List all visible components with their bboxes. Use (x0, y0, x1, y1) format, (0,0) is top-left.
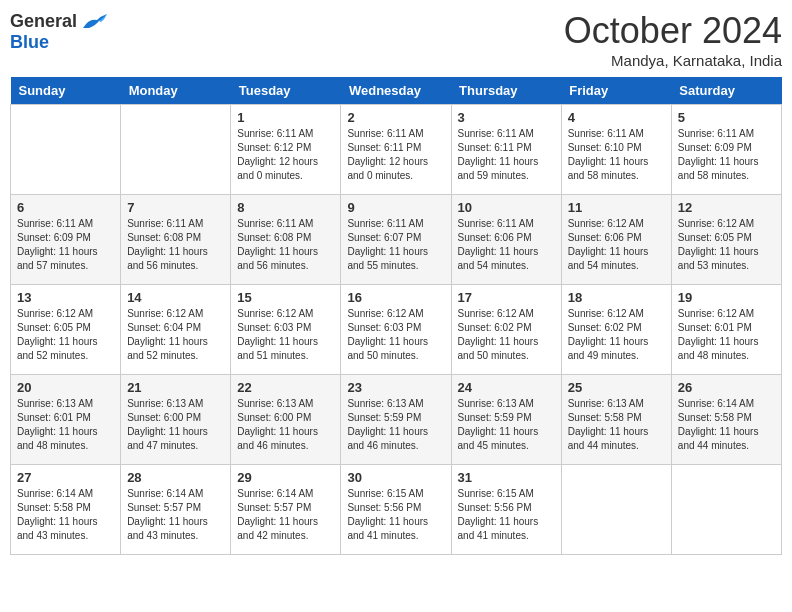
day-info: Sunrise: 6:11 AM Sunset: 6:08 PM Dayligh… (237, 217, 334, 273)
day-cell: 6Sunrise: 6:11 AM Sunset: 6:09 PM Daylig… (11, 195, 121, 285)
day-info: Sunrise: 6:14 AM Sunset: 5:57 PM Dayligh… (237, 487, 334, 543)
day-cell: 24Sunrise: 6:13 AM Sunset: 5:59 PM Dayli… (451, 375, 561, 465)
day-info: Sunrise: 6:12 AM Sunset: 6:03 PM Dayligh… (237, 307, 334, 363)
day-cell (121, 105, 231, 195)
day-cell: 18Sunrise: 6:12 AM Sunset: 6:02 PM Dayli… (561, 285, 671, 375)
day-number: 4 (568, 110, 665, 125)
day-number: 18 (568, 290, 665, 305)
day-info: Sunrise: 6:15 AM Sunset: 5:56 PM Dayligh… (347, 487, 444, 543)
day-cell: 20Sunrise: 6:13 AM Sunset: 6:01 PM Dayli… (11, 375, 121, 465)
day-info: Sunrise: 6:11 AM Sunset: 6:11 PM Dayligh… (458, 127, 555, 183)
day-number: 23 (347, 380, 444, 395)
day-cell: 25Sunrise: 6:13 AM Sunset: 5:58 PM Dayli… (561, 375, 671, 465)
day-number: 8 (237, 200, 334, 215)
day-cell: 27Sunrise: 6:14 AM Sunset: 5:58 PM Dayli… (11, 465, 121, 555)
day-number: 22 (237, 380, 334, 395)
day-cell: 1Sunrise: 6:11 AM Sunset: 6:12 PM Daylig… (231, 105, 341, 195)
day-number: 21 (127, 380, 224, 395)
day-info: Sunrise: 6:11 AM Sunset: 6:10 PM Dayligh… (568, 127, 665, 183)
day-number: 30 (347, 470, 444, 485)
day-cell (561, 465, 671, 555)
day-info: Sunrise: 6:12 AM Sunset: 6:02 PM Dayligh… (568, 307, 665, 363)
day-number: 13 (17, 290, 114, 305)
day-cell: 29Sunrise: 6:14 AM Sunset: 5:57 PM Dayli… (231, 465, 341, 555)
day-number: 7 (127, 200, 224, 215)
day-info: Sunrise: 6:12 AM Sunset: 6:05 PM Dayligh… (17, 307, 114, 363)
day-number: 29 (237, 470, 334, 485)
day-number: 25 (568, 380, 665, 395)
day-cell: 15Sunrise: 6:12 AM Sunset: 6:03 PM Dayli… (231, 285, 341, 375)
day-number: 11 (568, 200, 665, 215)
day-cell (671, 465, 781, 555)
week-row-1: 1Sunrise: 6:11 AM Sunset: 6:12 PM Daylig… (11, 105, 782, 195)
day-cell: 5Sunrise: 6:11 AM Sunset: 6:09 PM Daylig… (671, 105, 781, 195)
day-cell: 16Sunrise: 6:12 AM Sunset: 6:03 PM Dayli… (341, 285, 451, 375)
day-number: 26 (678, 380, 775, 395)
header-row: SundayMondayTuesdayWednesdayThursdayFrid… (11, 77, 782, 105)
day-info: Sunrise: 6:11 AM Sunset: 6:09 PM Dayligh… (17, 217, 114, 273)
day-info: Sunrise: 6:13 AM Sunset: 6:01 PM Dayligh… (17, 397, 114, 453)
day-number: 5 (678, 110, 775, 125)
header-sunday: Sunday (11, 77, 121, 105)
logo-bird-icon (81, 10, 109, 32)
day-info: Sunrise: 6:11 AM Sunset: 6:08 PM Dayligh… (127, 217, 224, 273)
day-info: Sunrise: 6:14 AM Sunset: 5:58 PM Dayligh… (678, 397, 775, 453)
day-cell: 9Sunrise: 6:11 AM Sunset: 6:07 PM Daylig… (341, 195, 451, 285)
day-info: Sunrise: 6:11 AM Sunset: 6:11 PM Dayligh… (347, 127, 444, 183)
day-cell: 8Sunrise: 6:11 AM Sunset: 6:08 PM Daylig… (231, 195, 341, 285)
day-cell: 3Sunrise: 6:11 AM Sunset: 6:11 PM Daylig… (451, 105, 561, 195)
day-info: Sunrise: 6:13 AM Sunset: 6:00 PM Dayligh… (127, 397, 224, 453)
day-cell: 4Sunrise: 6:11 AM Sunset: 6:10 PM Daylig… (561, 105, 671, 195)
day-cell: 17Sunrise: 6:12 AM Sunset: 6:02 PM Dayli… (451, 285, 561, 375)
day-info: Sunrise: 6:13 AM Sunset: 5:59 PM Dayligh… (347, 397, 444, 453)
calendar-table: SundayMondayTuesdayWednesdayThursdayFrid… (10, 77, 782, 555)
day-cell: 23Sunrise: 6:13 AM Sunset: 5:59 PM Dayli… (341, 375, 451, 465)
day-info: Sunrise: 6:13 AM Sunset: 5:59 PM Dayligh… (458, 397, 555, 453)
day-number: 1 (237, 110, 334, 125)
day-cell: 14Sunrise: 6:12 AM Sunset: 6:04 PM Dayli… (121, 285, 231, 375)
header-tuesday: Tuesday (231, 77, 341, 105)
header-thursday: Thursday (451, 77, 561, 105)
day-info: Sunrise: 6:12 AM Sunset: 6:03 PM Dayligh… (347, 307, 444, 363)
day-number: 3 (458, 110, 555, 125)
day-cell: 7Sunrise: 6:11 AM Sunset: 6:08 PM Daylig… (121, 195, 231, 285)
day-info: Sunrise: 6:15 AM Sunset: 5:56 PM Dayligh… (458, 487, 555, 543)
header-saturday: Saturday (671, 77, 781, 105)
day-info: Sunrise: 6:14 AM Sunset: 5:57 PM Dayligh… (127, 487, 224, 543)
day-number: 28 (127, 470, 224, 485)
day-info: Sunrise: 6:12 AM Sunset: 6:02 PM Dayligh… (458, 307, 555, 363)
day-cell: 30Sunrise: 6:15 AM Sunset: 5:56 PM Dayli… (341, 465, 451, 555)
day-cell: 11Sunrise: 6:12 AM Sunset: 6:06 PM Dayli… (561, 195, 671, 285)
day-info: Sunrise: 6:11 AM Sunset: 6:07 PM Dayligh… (347, 217, 444, 273)
month-title: October 2024 (564, 10, 782, 52)
day-number: 10 (458, 200, 555, 215)
page-header: General Blue October 2024 Mandya, Karnat… (10, 10, 782, 69)
day-number: 17 (458, 290, 555, 305)
day-cell (11, 105, 121, 195)
logo-general-text: General (10, 11, 77, 32)
week-row-2: 6Sunrise: 6:11 AM Sunset: 6:09 PM Daylig… (11, 195, 782, 285)
day-info: Sunrise: 6:14 AM Sunset: 5:58 PM Dayligh… (17, 487, 114, 543)
day-number: 15 (237, 290, 334, 305)
logo-blue-text: Blue (10, 32, 49, 53)
day-cell: 19Sunrise: 6:12 AM Sunset: 6:01 PM Dayli… (671, 285, 781, 375)
day-number: 20 (17, 380, 114, 395)
day-cell: 12Sunrise: 6:12 AM Sunset: 6:05 PM Dayli… (671, 195, 781, 285)
logo: General Blue (10, 10, 109, 53)
day-number: 16 (347, 290, 444, 305)
day-cell: 21Sunrise: 6:13 AM Sunset: 6:00 PM Dayli… (121, 375, 231, 465)
day-info: Sunrise: 6:11 AM Sunset: 6:12 PM Dayligh… (237, 127, 334, 183)
day-number: 14 (127, 290, 224, 305)
day-cell: 2Sunrise: 6:11 AM Sunset: 6:11 PM Daylig… (341, 105, 451, 195)
day-cell: 31Sunrise: 6:15 AM Sunset: 5:56 PM Dayli… (451, 465, 561, 555)
day-number: 12 (678, 200, 775, 215)
day-number: 19 (678, 290, 775, 305)
week-row-4: 20Sunrise: 6:13 AM Sunset: 6:01 PM Dayli… (11, 375, 782, 465)
day-cell: 22Sunrise: 6:13 AM Sunset: 6:00 PM Dayli… (231, 375, 341, 465)
day-info: Sunrise: 6:12 AM Sunset: 6:04 PM Dayligh… (127, 307, 224, 363)
day-info: Sunrise: 6:12 AM Sunset: 6:05 PM Dayligh… (678, 217, 775, 273)
day-info: Sunrise: 6:13 AM Sunset: 6:00 PM Dayligh… (237, 397, 334, 453)
day-cell: 13Sunrise: 6:12 AM Sunset: 6:05 PM Dayli… (11, 285, 121, 375)
day-number: 2 (347, 110, 444, 125)
day-number: 27 (17, 470, 114, 485)
